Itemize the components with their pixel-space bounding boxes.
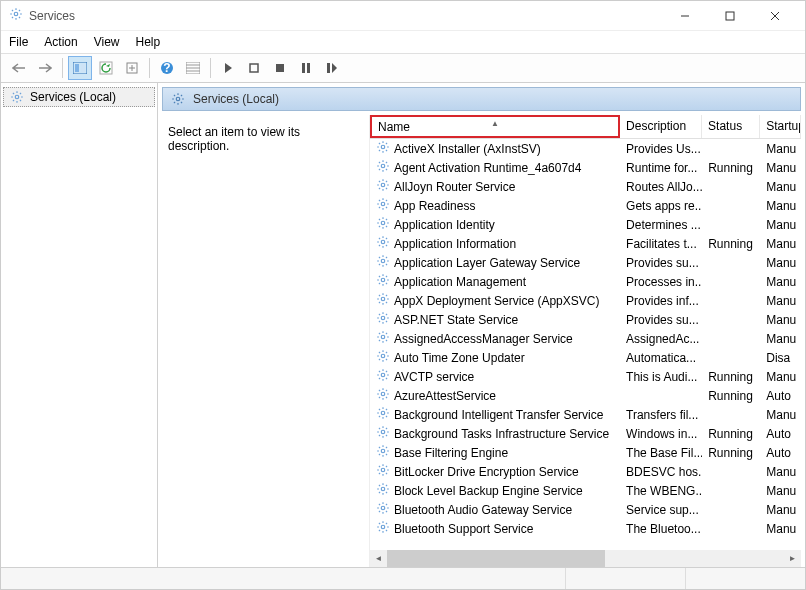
service-name: ActiveX Installer (AxInstSV) — [394, 142, 541, 156]
svg-point-35 — [381, 373, 385, 377]
menu-action[interactable]: Action — [44, 35, 77, 49]
table-row[interactable]: Agent Activation Runtime_4a607d4Runtime … — [370, 158, 801, 177]
service-startup: Manu — [760, 522, 801, 536]
back-button[interactable] — [7, 56, 31, 80]
menu-help[interactable]: Help — [136, 35, 161, 49]
table-row[interactable]: BitLocker Drive Encryption ServiceBDESVC… — [370, 462, 801, 481]
table-row[interactable]: AzureAttestServiceRunningAuto — [370, 386, 801, 405]
table-row[interactable]: AllJoyn Router ServiceRoutes AllJo...Man… — [370, 177, 801, 196]
maximize-button[interactable] — [707, 2, 752, 30]
table-row[interactable]: Application Layer Gateway ServiceProvide… — [370, 253, 801, 272]
svg-point-38 — [381, 430, 385, 434]
table-row[interactable]: Base Filtering EngineThe Base Fil...Runn… — [370, 443, 801, 462]
show-hide-tree-button[interactable] — [68, 56, 92, 80]
properties-button[interactable] — [181, 56, 205, 80]
services-table: ▲ Name Description Status Startup Type A… — [369, 115, 801, 567]
service-name: Agent Activation Runtime_4a607d4 — [394, 161, 581, 175]
table-row[interactable]: ActiveX Installer (AxInstSV)Provides Us.… — [370, 139, 801, 158]
refresh-button[interactable] — [94, 56, 118, 80]
table-row[interactable]: Background Tasks Infrastructure ServiceW… — [370, 424, 801, 443]
table-row[interactable]: AVCTP serviceThis is Audi...RunningManu — [370, 367, 801, 386]
table-row[interactable]: Bluetooth Audio Gateway ServiceService s… — [370, 500, 801, 519]
tree-pane: Services (Local) — [1, 83, 158, 567]
scroll-left-button[interactable]: ◄ — [370, 550, 387, 567]
table-row[interactable]: Application IdentityDetermines ...Manu — [370, 215, 801, 234]
help-button[interactable]: ? — [155, 56, 179, 80]
svg-point-29 — [381, 259, 385, 263]
scroll-right-button[interactable]: ► — [784, 550, 801, 567]
column-header-description[interactable]: Description — [620, 115, 702, 138]
svg-text:?: ? — [163, 61, 170, 75]
svg-point-34 — [381, 354, 385, 358]
service-description: Facilitates t... — [620, 237, 702, 251]
service-startup: Manu — [760, 294, 801, 308]
window-title: Services — [29, 9, 662, 23]
horizontal-scrollbar[interactable]: ◄ ► — [370, 550, 801, 567]
scroll-track[interactable] — [387, 550, 784, 567]
export-button[interactable] — [120, 56, 144, 80]
svg-point-21 — [15, 95, 19, 99]
scroll-thumb[interactable] — [387, 550, 605, 567]
tree-item-services-local[interactable]: Services (Local) — [3, 87, 155, 107]
table-row[interactable]: Block Level Backup Engine ServiceThe WBE… — [370, 481, 801, 500]
start-service-button[interactable] — [216, 56, 240, 80]
service-startup: Manu — [760, 180, 801, 194]
svg-point-22 — [176, 97, 180, 101]
service-description: Determines ... — [620, 218, 702, 232]
svg-rect-7 — [81, 64, 85, 72]
table-row[interactable]: Background Intelligent Transfer ServiceT… — [370, 405, 801, 424]
table-row[interactable]: Application ManagementProcesses in...Man… — [370, 272, 801, 291]
service-icon — [376, 444, 390, 461]
service-icon — [376, 254, 390, 271]
svg-point-23 — [381, 145, 385, 149]
service-icon — [376, 387, 390, 404]
svg-point-24 — [381, 164, 385, 168]
stop-service-button[interactable] — [242, 56, 266, 80]
pause-service-button[interactable] — [294, 56, 318, 80]
service-startup: Manu — [760, 465, 801, 479]
service-icon — [376, 292, 390, 309]
svg-point-37 — [381, 411, 385, 415]
close-button[interactable] — [752, 2, 797, 30]
service-icon — [376, 349, 390, 366]
svg-rect-2 — [726, 12, 734, 20]
table-row[interactable]: App ReadinessGets apps re...Manu — [370, 196, 801, 215]
service-icon — [376, 311, 390, 328]
gear-icon — [171, 92, 185, 106]
menu-view[interactable]: View — [94, 35, 120, 49]
service-name: Application Management — [394, 275, 526, 289]
minimize-button[interactable] — [662, 2, 707, 30]
table-row[interactable]: Auto Time Zone UpdaterAutomatica...Disa — [370, 348, 801, 367]
column-header-startup[interactable]: Startup Type — [760, 115, 801, 138]
pane-header: Services (Local) — [162, 87, 801, 111]
svg-point-32 — [381, 316, 385, 320]
forward-button[interactable] — [33, 56, 57, 80]
app-icon — [9, 7, 23, 24]
toolbar-separator — [62, 58, 63, 78]
service-description: The Base Fil... — [620, 446, 702, 460]
service-icon — [376, 178, 390, 195]
service-startup: Manu — [760, 161, 801, 175]
table-row[interactable]: AssignedAccessManager ServiceAssignedAc.… — [370, 329, 801, 348]
service-name: AzureAttestService — [394, 389, 496, 403]
details-pane: Services (Local) Select an item to view … — [158, 83, 805, 567]
service-name: Application Layer Gateway Service — [394, 256, 580, 270]
service-status: Running — [702, 427, 760, 441]
service-description: Windows in... — [620, 427, 702, 441]
service-name: AVCTP service — [394, 370, 474, 384]
table-row[interactable]: AppX Deployment Service (AppXSVC)Provide… — [370, 291, 801, 310]
stop-service-button-2[interactable] — [268, 56, 292, 80]
table-row[interactable]: Bluetooth Support ServiceThe Bluetoo...M… — [370, 519, 801, 538]
column-header-status[interactable]: Status — [702, 115, 760, 138]
column-header-name[interactable]: ▲ Name — [370, 115, 620, 138]
restart-service-button[interactable] — [320, 56, 344, 80]
service-status: Running — [702, 370, 760, 384]
menu-file[interactable]: File — [9, 35, 28, 49]
service-name: BitLocker Drive Encryption Service — [394, 465, 579, 479]
service-description: Provides Us... — [620, 142, 702, 156]
table-row[interactable]: ASP.NET State ServiceProvides su...Manu — [370, 310, 801, 329]
service-icon — [376, 501, 390, 518]
svg-point-28 — [381, 240, 385, 244]
svg-point-40 — [381, 468, 385, 472]
table-row[interactable]: Application InformationFacilitates t...R… — [370, 234, 801, 253]
